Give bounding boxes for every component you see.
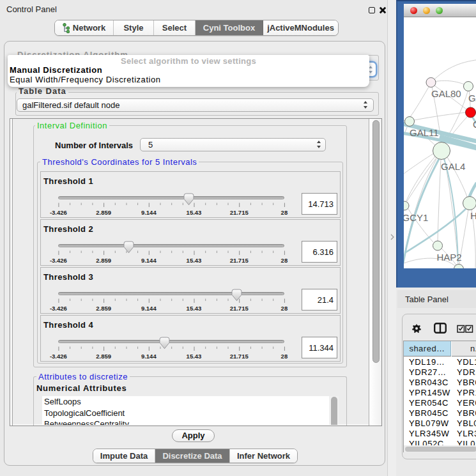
svg-text:GAL80: GAL80 — [431, 88, 461, 99]
svg-text:GCY1: GCY1 — [404, 212, 428, 223]
svg-text:C: C — [473, 119, 476, 130]
svg-text:GA: GA — [468, 93, 476, 104]
svg-text:HAP2: HAP2 — [437, 252, 462, 263]
svg-text:GAL11: GAL11 — [410, 127, 439, 138]
svg-text:GAL4: GAL4 — [441, 161, 465, 172]
svg-text:H: H — [470, 210, 476, 221]
